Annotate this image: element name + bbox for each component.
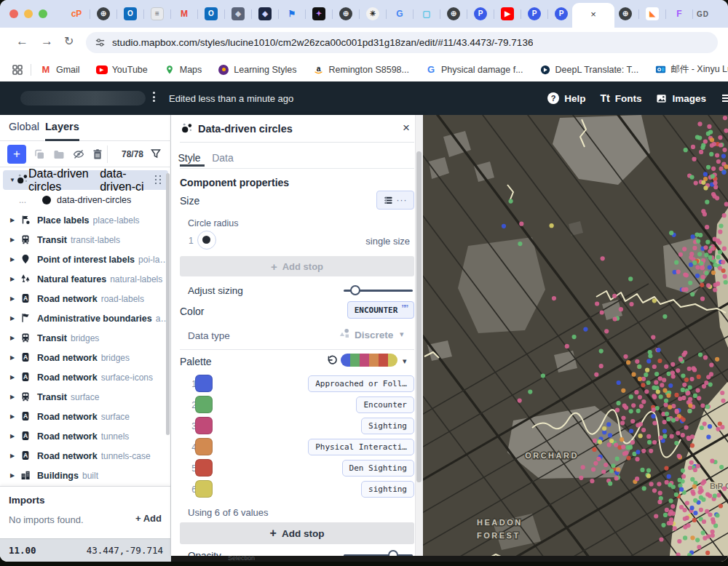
minimize-window-button[interactable] — [24, 9, 33, 18]
expand-arrow-icon[interactable]: ▶ — [10, 413, 17, 420]
palette-value-button[interactable]: sighting — [361, 481, 414, 498]
layer-row-natural-labels[interactable]: ▶Natural featuresnatural-labels — [0, 269, 171, 289]
pinned-tab-google[interactable]: G — [390, 4, 409, 23]
pinned-tab-dark-app[interactable]: ◈ — [256, 4, 274, 23]
palette-dropdown-icon[interactable]: ▾ — [403, 356, 407, 366]
layer-row-surface[interactable]: ▶ARoad networksurface — [0, 407, 171, 426]
pinned-tab-globe-2[interactable]: ⊕ — [336, 4, 355, 23]
history-button[interactable] — [721, 92, 728, 104]
pinned-tab-cube-app[interactable]: ◆ — [229, 4, 248, 23]
panel-scrollbar-thumb[interactable] — [416, 151, 422, 482]
expand-arrow-icon[interactable]: ▶ — [10, 295, 17, 302]
layer-row-tunnels-case[interactable]: ▶ARoad networktunnels-case — [0, 446, 171, 466]
palette-color-swatch[interactable] — [195, 438, 213, 455]
layer-row-bridges[interactable]: ▶Transitbridges — [0, 328, 171, 348]
delete-layer-icon[interactable] — [92, 148, 103, 160]
palette-color-swatch[interactable] — [195, 459, 213, 477]
address-bar[interactable]: studio.mapbox.com/styles/lucine1010/cm2w… — [86, 32, 718, 53]
undo-palette-icon[interactable] — [325, 354, 338, 370]
layer-row-selected[interactable]: ▼ Data-driven circles data-driven-ci — [3, 170, 168, 190]
add-layer-button[interactable]: + — [7, 145, 26, 164]
expand-arrow-icon[interactable]: ▶ — [10, 453, 17, 459]
bookmark-item[interactable]: 邮件 - Xinyu Lu -... — [654, 63, 728, 76]
palette-value-button[interactable]: Encounter — [356, 396, 414, 413]
back-button[interactable]: ← — [16, 34, 28, 49]
pinned-tab-bookmark[interactable]: ⚑ — [282, 4, 301, 23]
active-tab[interactable]: × — [572, 3, 614, 28]
pinned-tab-p-app-1[interactable]: P — [471, 4, 490, 23]
layer-row-road-labels[interactable]: ▶ARoad networkroad-labels — [0, 289, 171, 308]
expand-arrow-icon[interactable]: ▶ — [10, 374, 17, 380]
window-controls[interactable] — [9, 9, 47, 18]
tab-global[interactable]: Global — [9, 121, 39, 132]
palette-color-swatch[interactable] — [195, 375, 213, 392]
site-settings-icon[interactable] — [95, 37, 106, 48]
pinned-tab-notes[interactable]: ≡ — [148, 4, 167, 23]
hide-layer-icon[interactable] — [73, 148, 84, 160]
pinned-tab-openai[interactable]: ✳ — [363, 4, 382, 23]
images-button[interactable]: Images — [656, 93, 706, 104]
pinned-tab-outlook-1[interactable]: O — [121, 4, 140, 23]
panel-tab-data[interactable]: Data — [213, 148, 232, 167]
layer-row-built[interactable]: ▶Buildingsbuilt — [0, 466, 171, 485]
pinned-tab-p-app-2[interactable]: P — [525, 4, 544, 23]
palette-preview-bar[interactable] — [341, 354, 397, 367]
overflow-tab-text[interactable]: GD — [697, 10, 709, 18]
bookmark-item[interactable]: DeepL Translate: T... — [539, 64, 639, 76]
group-folder-icon[interactable] — [53, 148, 65, 160]
expand-arrow-icon[interactable]: ▶ — [10, 256, 17, 263]
close-tab-icon[interactable]: × — [590, 9, 596, 20]
fonts-button[interactable]: Tt Fonts — [601, 92, 642, 104]
help-button[interactable]: ? Help — [547, 92, 585, 104]
tab-layers[interactable]: Layers — [45, 121, 79, 132]
add-stop-button[interactable]: +Add stop — [180, 522, 414, 544]
palette-value-button[interactable]: Sighting — [361, 418, 414, 434]
expand-arrow-icon[interactable]: ▶ — [10, 354, 17, 361]
expand-arrow-icon[interactable]: ▶ — [10, 276, 17, 282]
map-canvas[interactable]: ORCHARDHEADONFORESTBRON — [423, 115, 728, 562]
palette-color-swatch[interactable] — [195, 480, 213, 498]
pinned-tab-youtube[interactable]: ▶ — [498, 4, 517, 23]
bookmark-item[interactable]: Learning Styles — [218, 64, 296, 76]
add-import-button[interactable]: + Add — [135, 513, 162, 524]
pinned-tab-globe-4[interactable]: ⊕ — [616, 4, 635, 23]
expand-arrow-icon[interactable]: ▶ — [10, 315, 17, 322]
filter-icon[interactable] — [151, 148, 161, 159]
layer-row-poi-labels[interactable]: ▶Point of interest labelspoi-labels — [0, 250, 171, 269]
pinned-tab-figma[interactable]: F — [670, 4, 689, 23]
drag-handle-icon[interactable] — [155, 175, 162, 185]
expand-arrow-icon[interactable]: ▶ — [10, 472, 17, 479]
color-field-button[interactable]: ENCOUNTER ”” — [347, 301, 414, 319]
layer-row-surface-icons[interactable]: ▶ARoad networksurface-icons — [0, 367, 171, 387]
palette-color-swatch[interactable] — [195, 417, 213, 434]
bookmark-item[interactable]: Maps — [164, 64, 202, 76]
layer-row-admin[interactable]: ▶Administrative boundariesadmin — [0, 308, 171, 328]
pinned-tab-gmail[interactable]: M — [175, 4, 194, 23]
size-options-button[interactable]: ··· — [376, 191, 414, 210]
bookmark-item[interactable]: aRemington S8598... — [313, 64, 410, 76]
palette-value-button[interactable]: Physical Interacti… — [308, 439, 414, 455]
style-name-redacted[interactable] — [20, 91, 146, 105]
close-window-button[interactable] — [9, 9, 18, 18]
data-type-dropdown-icon[interactable]: ▾ — [400, 330, 404, 339]
pinned-tab-globe-1[interactable]: ⊕ — [94, 4, 113, 23]
expand-arrow-icon[interactable]: ▶ — [10, 394, 17, 400]
palette-value-button[interactable]: Den Sighting — [342, 460, 414, 477]
layer-row-surface[interactable]: ▶Transitsurface — [0, 387, 171, 407]
forward-button[interactable]: → — [41, 34, 53, 49]
pinned-tab-screencast[interactable]: ▢ — [417, 4, 436, 23]
style-menu-icon[interactable] — [153, 92, 155, 102]
layer-row-bridges[interactable]: ▶ARoad networkbridges — [0, 348, 171, 367]
bookmark-item[interactable]: ▶YouTube — [96, 64, 148, 76]
layer-row-place-labels[interactable]: ▶Place labelsplace-labels — [0, 210, 171, 230]
expand-arrow-icon[interactable]: ▶ — [10, 217, 17, 223]
bookmark-item[interactable]: MGmail — [40, 64, 80, 76]
reload-button[interactable]: ↻ — [64, 34, 74, 48]
apps-grid-icon[interactable] — [12, 64, 23, 76]
pinned-tab-sparkle-app[interactable]: ✦ — [309, 4, 328, 23]
sidebar-scrollbar[interactable] — [166, 173, 170, 435]
close-panel-icon[interactable]: × — [403, 121, 410, 135]
pinned-tab-cpanel[interactable]: cP — [67, 4, 86, 23]
collapse-arrow-icon[interactable]: ▼ — [9, 177, 17, 183]
bookmark-item[interactable]: GPhysical damage f... — [425, 64, 523, 76]
